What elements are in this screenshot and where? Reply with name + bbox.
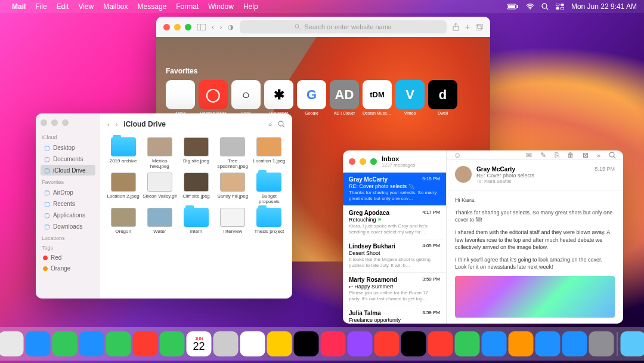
file-location-2-jpeg[interactable]: Location 2.jpeg — [106, 173, 140, 204]
favorite-vimeo[interactable]: VVimeo — [395, 80, 425, 115]
sidebar-icon[interactable] — [197, 24, 206, 30]
dock-maps[interactable] — [106, 331, 131, 356]
dock-reminders[interactable] — [240, 331, 265, 356]
archive-icon[interactable]: ⎘ — [555, 151, 559, 159]
battery-icon[interactable] — [507, 4, 519, 10]
dock-voice-memos[interactable] — [428, 331, 453, 356]
favorite-google[interactable]: GGoogle — [297, 80, 326, 115]
junk-icon[interactable]: ⊠ — [583, 151, 589, 159]
finder-forward[interactable]: › — [116, 121, 118, 128]
dock-numbers[interactable] — [455, 331, 480, 356]
mail-more-icon[interactable]: » — [597, 152, 600, 159]
dock-xcode[interactable] — [535, 331, 561, 356]
file-intern[interactable]: Intern — [179, 208, 213, 234]
file-oregon[interactable]: Oregon — [106, 208, 140, 234]
menu-format[interactable]: Format — [176, 2, 199, 11]
menu-app[interactable]: Mail — [12, 2, 26, 11]
favorite-dwell[interactable]: dDwell — [428, 80, 457, 115]
menu-file[interactable]: File — [35, 2, 47, 11]
dock-app-store[interactable] — [562, 331, 587, 356]
finder-traffic-lights[interactable] — [41, 119, 95, 126]
message-marty-rosamond[interactable]: Marty Rosamond3:59 PM↩ Happy Summer! Ple… — [343, 273, 446, 306]
sidebar-item-airdrop[interactable]: ▢AirDrop — [41, 187, 95, 198]
finder-back[interactable]: ‹ — [107, 121, 110, 128]
menu-mailbox[interactable]: Mailbox — [103, 2, 128, 11]
dock-calendar[interactable]: JUN22 — [187, 331, 212, 356]
trash-icon[interactable]: 🗑 — [567, 151, 574, 159]
message-greg-apodaca[interactable]: Greg Apodaca4:17 PMRetouching ⚑Kiara, I … — [343, 206, 446, 239]
file-silicon-valley-gif[interactable]: Silicon Valley.gif — [143, 173, 177, 204]
dock-launchpad[interactable] — [0, 331, 24, 356]
dock-tv[interactable] — [294, 331, 319, 356]
sidebar-item-recents[interactable]: ▢Recents — [41, 198, 95, 209]
dock-keynote[interactable] — [482, 331, 507, 356]
tabs-icon[interactable] — [476, 24, 483, 30]
message-gray-mccarty[interactable]: Gray McCarty5:15 PMRE: Cover photo selec… — [343, 173, 446, 206]
safari-traffic-lights[interactable] — [163, 24, 191, 30]
finder-more-icon[interactable]: » — [268, 121, 272, 128]
dock-contacts[interactable] — [213, 331, 239, 356]
dock-downloads-stack[interactable] — [621, 331, 645, 356]
file-dig-site-jpeg[interactable]: Dig site.jpeg — [179, 137, 213, 169]
shield-icon[interactable]: ◑ — [228, 23, 234, 31]
favorite-knoll[interactable]: ○Knoll — [231, 80, 261, 115]
back-button[interactable]: ‹ — [212, 23, 214, 30]
file-2019-archive[interactable]: 2019 archive — [106, 137, 140, 169]
favorite-wallpaper[interactable]: ✱Wallpaper — [264, 80, 293, 115]
datetime[interactable]: Mon Jun 22 9:41 AM — [571, 2, 637, 11]
menu-message[interactable]: Message — [138, 2, 167, 11]
dock-pages[interactable] — [509, 331, 534, 356]
file-cliff-site-jpeg[interactable]: Cliff site.jpeg — [179, 173, 213, 204]
file-interview[interactable]: Interview — [216, 208, 250, 234]
file-budget-proposals[interactable]: Budget proposals — [252, 173, 286, 204]
menu-view[interactable]: View — [78, 2, 94, 11]
new-tab-icon[interactable]: + — [465, 22, 470, 32]
sidebar-item-orange[interactable]: Orange — [41, 263, 95, 273]
dock-messages[interactable] — [52, 331, 78, 356]
favorite-design-museum[interactable]: tDMDesign Museum — [363, 80, 392, 115]
menu-window[interactable]: Window — [208, 2, 234, 11]
menu-edit[interactable]: Edit — [57, 2, 69, 11]
file-thesis-project[interactable]: Thesis project — [252, 208, 286, 234]
mail-traffic-lights[interactable] — [349, 158, 377, 165]
sidebar-item-documents[interactable]: ▢Documents — [41, 153, 95, 164]
dock-notes[interactable] — [267, 331, 292, 356]
message-julia-talma[interactable]: Julia Talma3:59 PMFreelance opportunity … — [343, 306, 446, 324]
favorite-ad-clever[interactable]: ADAD | Clever — [330, 80, 359, 115]
message-lindsey-bukhari[interactable]: Lindsey Bukhari4:05 PMDesert Shoot It lo… — [343, 239, 446, 273]
dock-music[interactable] — [321, 331, 346, 356]
share-icon[interactable] — [453, 23, 459, 31]
compose-icon[interactable]: ✎ — [540, 151, 546, 159]
dock-news[interactable] — [374, 331, 400, 356]
file-sandy-hill-jpeg[interactable]: Sandy hill.jpeg — [216, 173, 250, 204]
sidebar-item-applications[interactable]: ▢Applications — [41, 210, 95, 220]
sidebar-item-desktop[interactable]: ▢Desktop — [41, 142, 95, 153]
mail-reader: ☺ ✉ ✎ ⎘ 🗑 ⊠ » Gray McCarty RE: Cover pho… — [447, 150, 623, 324]
mail-search-icon[interactable] — [609, 152, 616, 159]
forward-button[interactable]: › — [220, 23, 222, 30]
sidebar-item-red[interactable]: Red — [41, 253, 95, 263]
dock-mail[interactable] — [79, 331, 104, 356]
filter-icon[interactable]: ☺ — [454, 151, 461, 159]
file-location-1-jpeg[interactable]: Location 1.jpeg — [252, 137, 286, 169]
favorite-apple[interactable]: Apple — [166, 80, 195, 115]
search-icon[interactable] — [541, 3, 549, 10]
dock-facetime[interactable] — [160, 331, 185, 356]
file-tree-specimen-jpeg[interactable]: Tree specimen.jpeg — [216, 137, 250, 169]
url-field[interactable]: Search or enter website name — [240, 20, 446, 33]
dock-stocks[interactable] — [401, 331, 426, 356]
file-water[interactable]: Water — [143, 208, 177, 234]
dock-safari[interactable] — [26, 331, 51, 356]
file-mexico-hike-jpeg[interactable]: Mexico hike.jpeg — [143, 137, 177, 169]
finder-search-icon[interactable] — [278, 121, 285, 128]
dock-photos[interactable] — [133, 331, 158, 356]
sidebar-item-icloud-drive[interactable]: ▢iCloud Drive — [41, 165, 95, 176]
favorite-herman-miller[interactable]: ◯Herman Miller — [199, 80, 228, 115]
wifi-icon[interactable] — [526, 4, 534, 10]
reply-icon[interactable]: ✉ — [526, 151, 532, 159]
dock-system-preferences[interactable] — [589, 331, 614, 356]
control-center-icon[interactable] — [556, 4, 564, 10]
dock-podcasts[interactable] — [348, 331, 373, 356]
sidebar-item-downloads[interactable]: ▢Downloads — [41, 221, 95, 232]
menu-help[interactable]: Help — [243, 2, 258, 11]
